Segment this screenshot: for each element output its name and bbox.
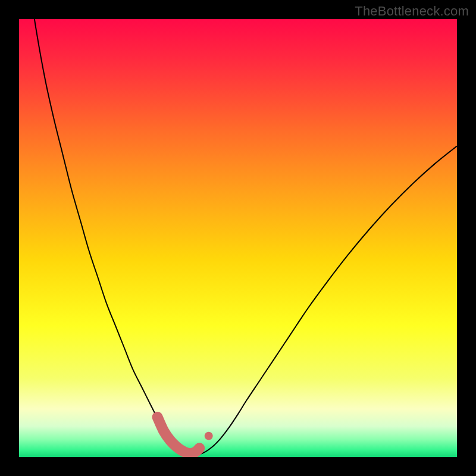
chart-svg <box>19 19 457 457</box>
chart-frame: TheBottleneck.com <box>0 0 476 476</box>
highlight-marker <box>205 432 213 440</box>
watermark-text: TheBottleneck.com <box>355 4 469 19</box>
plot-area <box>19 19 457 457</box>
